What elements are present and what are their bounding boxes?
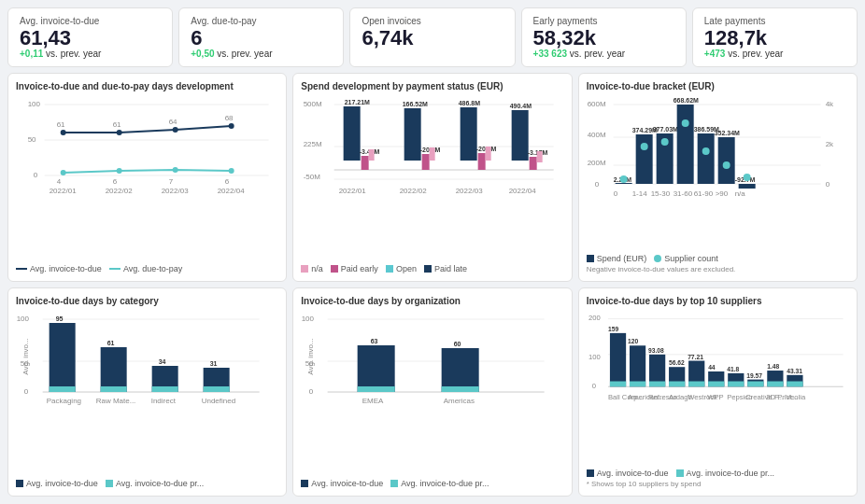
dashboard: Avg. invoice-to-due 61,43 +0,11 vs. prev…	[0, 0, 865, 504]
kpi-early-payments: Early payments 58,32k +33 623 vs. prev. …	[521, 7, 687, 67]
bracket-chart-title: Invoice-to-due bracket (EUR)	[587, 81, 849, 91]
svg-rect-43	[461, 107, 477, 161]
svg-text:0: 0	[24, 387, 29, 396]
svg-text:-50M: -50M	[304, 173, 321, 181]
svg-text:400M: 400M	[587, 131, 605, 139]
svg-rect-45	[478, 153, 486, 170]
kpi-label-4: Late payments	[704, 16, 845, 26]
svg-point-14	[61, 170, 66, 175]
svg-rect-74	[676, 105, 693, 184]
org-chart-area: 100 50 0 Avg. invo... 63 60 EMEA	[301, 310, 563, 476]
svg-point-9	[229, 123, 234, 129]
svg-rect-160	[728, 382, 744, 387]
svg-rect-128	[358, 386, 395, 392]
svg-text:Veolia: Veolia	[786, 393, 806, 401]
svg-point-86	[702, 147, 709, 155]
svg-text:61: 61	[113, 120, 121, 129]
svg-text:4: 4	[57, 177, 62, 186]
svg-text:0: 0	[825, 180, 830, 189]
svg-text:500M: 500M	[304, 100, 322, 108]
svg-text:100: 100	[28, 100, 41, 108]
svg-rect-33	[344, 106, 361, 161]
kpi-value-1: 6	[191, 28, 332, 49]
svg-text:Avg. invo...: Avg. invo...	[306, 338, 315, 374]
bracket-chart-note: Negative invoice-to-due values are exclu…	[587, 265, 849, 273]
supplier-chart-card: Invoice-to-due days by top 10 suppliers …	[578, 287, 858, 497]
svg-rect-35	[362, 156, 369, 170]
svg-text:0: 0	[34, 171, 38, 179]
line-chart-legend: Avg. invoice-to-due Avg. due-to-pay	[16, 264, 278, 273]
bracket-chart-area: 600M 400M 200M 0 4k 2k 0	[587, 95, 849, 251]
kpi-open-invoices: Open invoices 6,74k	[349, 7, 515, 67]
category-chart-title: Invoice-to-due days by category	[16, 296, 278, 306]
svg-text:1-14: 1-14	[631, 189, 647, 198]
svg-text:352.34M: 352.34M	[714, 130, 739, 136]
svg-text:61: 61	[107, 340, 115, 346]
svg-text:2022/03: 2022/03	[456, 187, 483, 195]
svg-text:2022/02: 2022/02	[400, 187, 427, 195]
svg-point-83	[640, 143, 647, 150]
kpi-delta-0: +0,11 vs. prev. year	[20, 49, 161, 59]
kpi-label-2: Open invoices	[362, 16, 503, 26]
svg-text:2022/04: 2022/04	[218, 187, 245, 195]
svg-point-88	[743, 174, 750, 181]
svg-rect-103	[50, 323, 76, 392]
svg-text:159: 159	[608, 326, 618, 332]
kpi-label-1: Avg. due-to-pay	[191, 16, 332, 26]
svg-text:2022/04: 2022/04	[509, 187, 536, 195]
svg-rect-126	[358, 345, 395, 392]
svg-text:668.62M: 668.62M	[673, 97, 698, 104]
legend-invoice-to-due: Avg. invoice-to-due	[16, 264, 102, 273]
kpi-delta-3: +33 623 vs. prev. year	[533, 49, 674, 59]
category-chart-legend: Avg. invoice-to-due Avg. invoice-to-due …	[16, 479, 278, 488]
svg-text:200: 200	[588, 314, 601, 322]
svg-text:56.62: 56.62	[669, 359, 685, 366]
svg-text:n/a: n/a	[734, 189, 745, 198]
svg-text:61-90: 61-90	[693, 189, 713, 198]
svg-text:0: 0	[594, 180, 599, 189]
bar-chart-title: Spend development by payment status (EUR…	[301, 81, 563, 91]
svg-text:WPP: WPP	[707, 393, 723, 401]
kpi-delta-4: +473 vs. prev. year	[704, 49, 845, 59]
kpi-invoice-to-due: Avg. invoice-to-due 61,43 +0,11 vs. prev…	[7, 7, 173, 67]
svg-rect-111	[152, 386, 178, 392]
category-chart-card: Invoice-to-due days by category 100 50 0…	[7, 287, 287, 497]
svg-point-7	[117, 130, 122, 135]
svg-text:7: 7	[169, 177, 174, 186]
svg-point-6	[61, 130, 66, 135]
paid-early-label: Paid early	[341, 264, 378, 273]
svg-text:4k: 4k	[825, 100, 833, 108]
svg-text:Avg. invo...: Avg. invo...	[21, 338, 30, 374]
svg-rect-47	[486, 147, 491, 161]
svg-text:6: 6	[113, 177, 118, 186]
svg-text:120: 120	[628, 338, 638, 344]
svg-text:0: 0	[309, 387, 314, 396]
bar-chart-area: 500M 225M -50M 217.21M -3.45M	[301, 95, 563, 261]
kpi-delta-1: +0,50 vs. prev. year	[191, 49, 332, 59]
svg-text:Raw Mate...: Raw Mate...	[96, 397, 136, 405]
svg-text:6: 6	[225, 177, 230, 186]
svg-text:166.52M: 166.52M	[403, 101, 428, 107]
svg-text:486.8M: 486.8M	[459, 100, 481, 106]
legend-due-to-pay: Avg. due-to-pay	[109, 264, 182, 273]
svg-text:64: 64	[169, 118, 177, 126]
supplier-chart-area: 200 100 0 159 120	[587, 310, 849, 466]
svg-text:Packaging: Packaging	[47, 397, 81, 405]
svg-text:61: 61	[57, 120, 65, 129]
svg-rect-163	[747, 382, 763, 387]
svg-text:31-60: 31-60	[673, 189, 692, 198]
svg-rect-76	[697, 133, 714, 184]
svg-rect-106	[101, 347, 127, 392]
svg-point-82	[619, 175, 627, 183]
svg-point-8	[173, 127, 178, 133]
svg-rect-145	[630, 382, 645, 387]
svg-point-16	[173, 167, 178, 173]
svg-point-87	[722, 161, 730, 169]
svg-text:600M: 600M	[587, 100, 605, 108]
org-chart-title: Invoice-to-due days by organization	[301, 296, 563, 306]
svg-text:Indirect: Indirect	[151, 397, 177, 405]
svg-rect-38	[404, 108, 421, 161]
org-chart-card: Invoice-to-due days by organization 100 …	[292, 287, 572, 497]
svg-text:Americas: Americas	[444, 397, 475, 405]
org-chart-legend: Avg. invoice-to-due Avg. invoice-to-due …	[301, 479, 563, 488]
